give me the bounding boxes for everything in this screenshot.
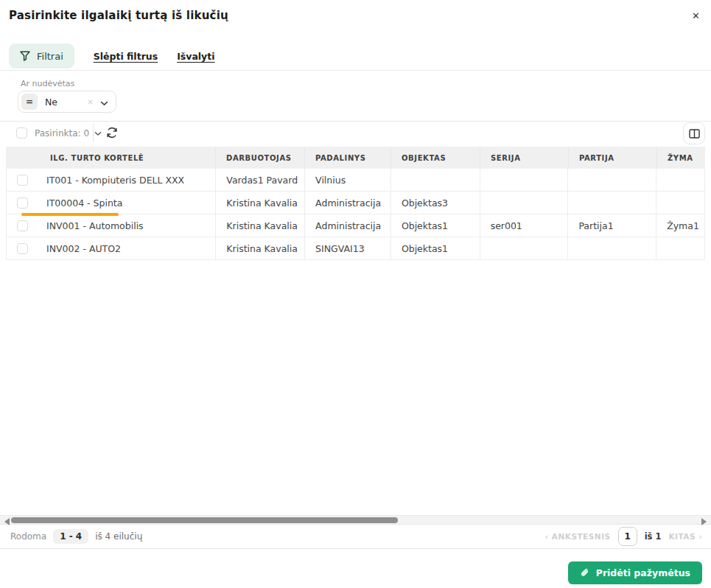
cell-batch: [568, 192, 656, 214]
select-all-checkbox[interactable]: [16, 127, 27, 139]
filter-value: Ne: [45, 97, 88, 108]
cell-object: Objektas3: [391, 192, 480, 214]
cell-card: INV002 - AUTO2: [7, 237, 216, 260]
clear-filters-link[interactable]: Išvalyti: [177, 51, 214, 62]
row-checkbox[interactable]: [17, 197, 28, 209]
table-row[interactable]: IT001 - Kompiuteris DELL XXXVardas1 Pava…: [7, 169, 704, 192]
scroll-right-icon[interactable]: [701, 518, 707, 525]
filter-value-dropdown[interactable]: = Ne ✕: [18, 91, 116, 113]
next-page-button[interactable]: KITAS ›: [668, 532, 702, 541]
filters-button-label: Filtrai: [37, 51, 63, 62]
cell-department: Vilnius: [305, 169, 391, 192]
column-header-employee[interactable]: DARBUOTOJAS: [216, 147, 305, 169]
column-header-batch[interactable]: PARTIJA: [569, 147, 657, 169]
column-header-series[interactable]: SERIJA: [480, 147, 569, 169]
rows-range-badge: 1 - 4: [53, 529, 88, 544]
cell-tag: [656, 237, 704, 260]
column-header-tag[interactable]: ŽYMA: [657, 147, 705, 169]
asset-card-label: IT00004 - Spinta: [46, 197, 122, 209]
cell-object: Objektas1: [391, 214, 480, 237]
refresh-icon[interactable]: [105, 126, 119, 139]
page-title: Pasirinkite ilgalaikį turtą iš likučių: [9, 9, 228, 22]
chevron-right-icon: ›: [698, 532, 702, 541]
row-checkbox[interactable]: [17, 175, 28, 186]
select-assets-modal: Pasirinkite ilgalaikį turtą iš likučių ✕…: [0, 0, 711, 588]
scrollbar-thumb[interactable]: [11, 517, 398, 523]
rows-total-label: iš 4 eilučių: [95, 531, 142, 542]
selected-count-dropdown[interactable]: Pasirinkta: 0: [35, 128, 102, 139]
clear-value-icon[interactable]: ✕: [88, 98, 94, 106]
showing-label: Rodoma: [10, 531, 46, 542]
previous-page-button[interactable]: ‹ ANKSTESNIS: [545, 532, 611, 541]
row-checkbox[interactable]: [17, 220, 28, 231]
chevron-down-icon: [94, 128, 102, 139]
cell-tag: Žyma1: [656, 214, 704, 237]
column-header-object[interactable]: OBJEKTAS: [391, 147, 480, 169]
cell-department: Administracija: [305, 192, 391, 214]
table-body: IT001 - Kompiuteris DELL XXXVardas1 Pava…: [6, 169, 705, 260]
cell-department: Administracija: [305, 214, 391, 237]
cell-employee: Kristina Kavalia: [216, 192, 305, 214]
cell-batch: Partija1: [568, 214, 656, 237]
cell-employee: Kristina Kavalia: [216, 237, 305, 260]
filter-toolbar: Filtrai Slėpti filtrus Išvalyti: [9, 43, 215, 69]
filters-button[interactable]: Filtrai: [9, 43, 74, 69]
funnel-icon: [20, 51, 30, 61]
chevron-left-icon: ‹: [545, 532, 549, 541]
cell-card: IT00004 - Spinta: [7, 192, 216, 214]
row-checkbox[interactable]: [17, 243, 28, 254]
selected-count-label: Pasirinkta: 0: [35, 128, 89, 139]
cell-series: [480, 169, 569, 192]
asset-card-label: IT001 - Kompiuteris DELL XXX: [46, 175, 184, 186]
close-icon[interactable]: ✕: [690, 8, 702, 24]
cell-object: [391, 169, 480, 192]
table-header: ILG. TURTO KORTELĖ DARBUOTOJAS PADALINYS…: [6, 147, 705, 169]
cell-card: IT001 - Kompiuteris DELL XXX: [7, 169, 216, 192]
add-selected-button[interactable]: Pridėti pažymėtus: [568, 561, 702, 584]
table-row[interactable]: INV002 - AUTO2Kristina KavaliaSINGVAI13O…: [7, 237, 704, 260]
cell-object: Objektas1: [391, 237, 480, 260]
horizontal-scrollbar[interactable]: [0, 515, 711, 525]
operator-equals-badge[interactable]: =: [21, 94, 38, 110]
cell-series: ser001: [480, 214, 569, 237]
column-settings-button[interactable]: [683, 122, 705, 144]
table-footer: Rodoma 1 - 4 iš 4 eilučių ‹ ANKSTESNIS 1…: [0, 525, 711, 549]
current-page-input[interactable]: 1: [618, 527, 637, 546]
cell-card: INV001 - Automobilis: [7, 214, 216, 237]
paperclip-icon: [580, 568, 589, 578]
add-selected-label: Pridėti pažymėtus: [596, 567, 690, 578]
rows-summary: Rodoma 1 - 4 iš 4 eilučių: [10, 529, 142, 544]
column-header-department[interactable]: PADALINYS: [305, 147, 391, 169]
assets-table: ILG. TURTO KORTELĖ DARBUOTOJAS PADALINYS…: [6, 147, 705, 260]
cell-department: SINGVAI13: [305, 237, 391, 260]
cell-tag: [656, 192, 704, 214]
cell-series: [480, 237, 569, 260]
divider: [93, 124, 94, 142]
cell-tag: [656, 169, 704, 192]
asset-card-label: INV001 - Automobilis: [46, 220, 144, 231]
chevron-down-icon[interactable]: [100, 95, 108, 109]
scroll-left-icon[interactable]: [4, 518, 10, 525]
table-row[interactable]: IT00004 - SpintaKristina KavaliaAdminist…: [7, 192, 704, 214]
cell-employee: Vardas1 Pavard: [216, 169, 305, 192]
asset-card-label: INV002 - AUTO2: [46, 243, 121, 254]
cell-batch: [568, 237, 656, 260]
cell-batch: [568, 169, 656, 192]
divider: [0, 121, 711, 122]
pagination: ‹ ANKSTESNIS 1 iš 1 KITAS ›: [545, 527, 702, 546]
column-header-card[interactable]: ILG. TURTO KORTELĖ: [6, 147, 216, 169]
filter-field-label: Ar nudėvėtas: [21, 79, 74, 88]
page-of-label: iš 1: [645, 531, 662, 542]
divider: [0, 70, 711, 71]
cell-series: [480, 192, 569, 214]
hide-filters-link[interactable]: Slėpti filtrus: [94, 51, 158, 62]
cell-employee: Kristina Kavalia: [216, 214, 305, 237]
table-row[interactable]: INV001 - AutomobilisKristina KavaliaAdmi…: [7, 214, 704, 237]
